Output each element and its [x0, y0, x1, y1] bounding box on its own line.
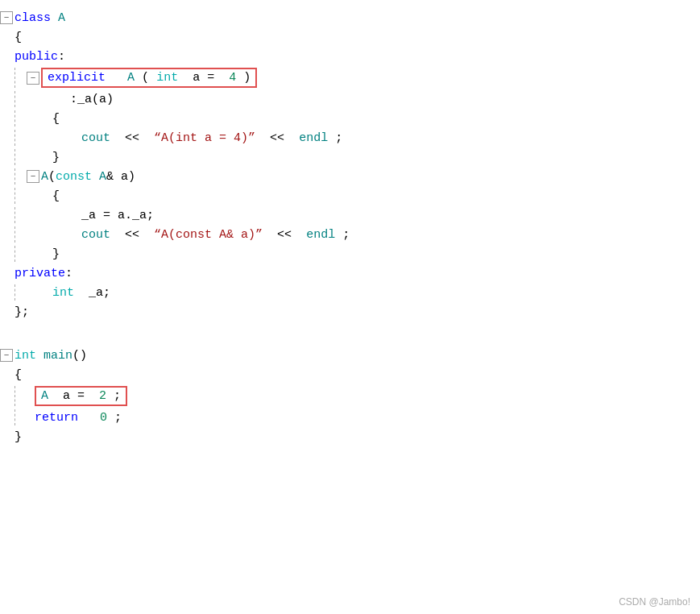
close-brace-ctor: } [52, 151, 60, 164]
keyword-class: class [14, 11, 51, 25]
number-4: 4 [229, 71, 236, 85]
string-literal-2: “A(const A& a)” [154, 228, 263, 242]
keyword-public: public [14, 50, 58, 64]
code-line-10: { [0, 186, 700, 205]
fold-btn-4[interactable]: − [27, 72, 39, 85]
open-brace-class: { [14, 31, 22, 44]
keyword-int-member: int [52, 286, 74, 300]
code-line-12: cout << “A(const A& a)” << endl ; [0, 225, 700, 244]
fold-btn-1[interactable]: − [0, 11, 13, 24]
string-literal-1: “A(int a = 4)” [154, 131, 255, 145]
keyword-int-param: int [156, 71, 178, 85]
open-brace-ctor: { [52, 112, 60, 126]
code-line-17: − int main () [0, 346, 700, 365]
code-line-11: _a = a._a; [0, 205, 700, 225]
open-brace-copy: { [52, 189, 60, 203]
cout-1: cout [81, 131, 110, 145]
code-line-16: }; [0, 302, 700, 322]
cout-2: cout [81, 228, 110, 242]
code-line-15: int _a; [0, 283, 700, 302]
close-brace-class: }; [14, 305, 29, 319]
close-brace-copy: } [52, 247, 60, 261]
highlight-box-A-a: A a = 2 ; [35, 386, 127, 406]
code-line-6: { [0, 109, 700, 128]
code-line-13: } [0, 244, 700, 263]
number-2: 2 [99, 389, 106, 403]
init-list: :_a(a) [70, 93, 114, 106]
code-line-21: } [0, 427, 700, 446]
keyword-const: const [56, 170, 92, 184]
watermark: CSDN @Jambo! [619, 596, 690, 608]
assign-a: _a = a._a; [81, 209, 154, 222]
main-func: main [43, 349, 72, 363]
keyword-explicit: explicit [48, 71, 106, 85]
fold-btn-17[interactable]: − [0, 349, 13, 362]
close-brace-main: } [14, 430, 22, 444]
code-line-2: { [0, 27, 700, 47]
open-brace-main: { [14, 368, 22, 382]
endl-2: endl [306, 228, 335, 242]
keyword-return: return [35, 411, 78, 425]
code-line-7: cout << “A(int a = 4)” << endl ; [0, 128, 700, 147]
class-A-var: A [41, 389, 48, 403]
code-line-8: } [0, 147, 700, 167]
keyword-private: private [14, 267, 65, 280]
class-A-ctor: A [127, 71, 135, 85]
code-line-20: return 0 ; [0, 408, 700, 427]
spacer-1 [0, 322, 700, 346]
number-0: 0 [100, 411, 107, 425]
code-line-1: − class A [0, 8, 700, 27]
class-A-copy: A [41, 170, 48, 184]
code-line-3: public : [0, 47, 700, 66]
fold-btn-9[interactable]: − [27, 170, 39, 183]
endl-1: endl [299, 131, 328, 145]
code-line-18: { [0, 365, 700, 384]
keyword-int-main: int [14, 349, 36, 363]
code-line-19: A a = 2 ; [0, 384, 700, 408]
code-line-5: :_a(a) [0, 89, 700, 109]
class-A-ref: A [99, 170, 106, 184]
code-editor: − class A { public : − explicit A ( int … [0, 0, 700, 614]
class-name-A: A [58, 11, 65, 25]
code-line-9: − A ( const A & a) [0, 167, 700, 186]
code-line-4: − explicit A ( int a = 4 ) [0, 66, 700, 89]
code-line-14: private : [0, 263, 700, 283]
highlight-box-explicit: explicit A ( int a = 4 ) [41, 68, 257, 88]
